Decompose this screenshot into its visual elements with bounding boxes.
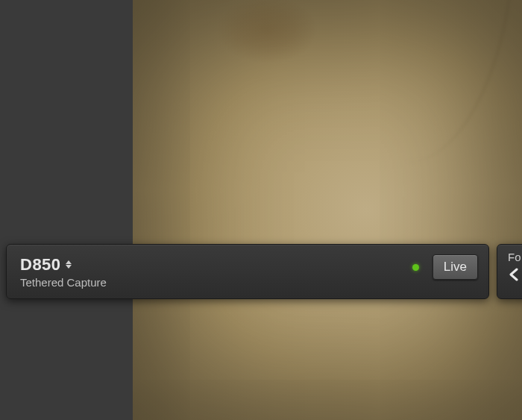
secondary-panel-label: Fo xyxy=(508,251,522,263)
camera-selector[interactable]: D850 Tethered Capture xyxy=(20,255,107,289)
live-view-button[interactable]: Live xyxy=(433,254,478,280)
secondary-control-panel: Fo xyxy=(497,244,522,299)
tether-control-bar: D850 Tethered Capture Live xyxy=(6,244,489,299)
image-preview[interactable] xyxy=(133,0,522,420)
live-button-label: Live xyxy=(444,260,467,275)
vignette-overlay xyxy=(133,0,522,420)
capture-mode-label: Tethered Capture xyxy=(20,276,107,289)
camera-name-label: D850 xyxy=(20,255,61,275)
chevron-left-icon[interactable] xyxy=(508,268,522,284)
left-panel-background xyxy=(0,0,133,420)
connection-status-indicator xyxy=(412,264,419,271)
dropdown-chevrons-icon xyxy=(66,260,72,269)
app-viewport: D850 Tethered Capture Live Fo xyxy=(0,0,522,420)
